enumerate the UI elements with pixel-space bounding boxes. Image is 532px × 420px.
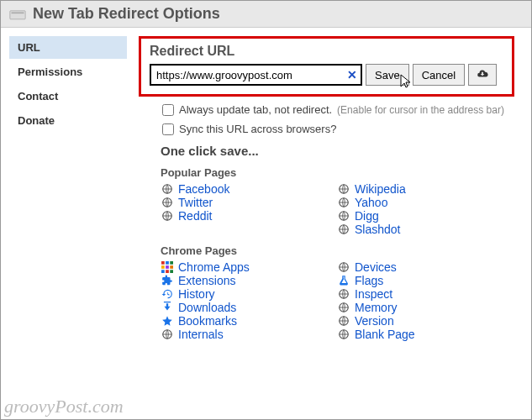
link-extensions[interactable]: Extensions <box>161 274 329 287</box>
always-update-label: Always update tab, not redirect. <box>179 103 332 116</box>
main-panel: Redirect URL ✕ Save Cancel Always update… <box>127 28 531 419</box>
redirect-url-section: Redirect URL ✕ Save Cancel <box>139 36 514 97</box>
globe-icon <box>161 183 173 196</box>
cloud-upload-button[interactable] <box>468 64 497 86</box>
sync-row: Sync this URL across browsers? <box>162 123 514 135</box>
svg-rect-15 <box>161 270 165 273</box>
link-wikipedia[interactable]: Wikipedia <box>337 182 488 196</box>
svg-rect-12 <box>161 265 165 269</box>
link-yahoo[interactable]: Yahoo <box>337 196 488 209</box>
link-downloads[interactable]: Downloads <box>161 301 329 314</box>
link-bookmarks[interactable]: Bookmarks <box>161 314 329 328</box>
sidebar-item-url[interactable]: URL <box>9 36 127 59</box>
always-update-hint: (Enable for cursor in the address bar) <box>337 104 504 116</box>
cancel-button[interactable]: Cancel <box>413 64 465 86</box>
chrome-pages-grid: Chrome Apps Extensions History Downloads… <box>161 260 514 341</box>
svg-rect-0 <box>10 10 25 18</box>
svg-rect-13 <box>166 265 169 269</box>
link-internals[interactable]: Internals <box>161 328 329 341</box>
svg-rect-11 <box>170 261 173 265</box>
link-blank-page[interactable]: Blank Page <box>337 328 488 341</box>
cloud-upload-icon <box>476 68 489 82</box>
globe-icon <box>337 223 350 236</box>
star-icon <box>161 315 173 328</box>
globe-icon <box>161 328 173 341</box>
globe-icon <box>337 328 350 341</box>
globe-icon <box>161 197 173 209</box>
svg-rect-14 <box>170 265 173 269</box>
titlebar: New Tab Redirect Options <box>1 1 531 28</box>
link-chrome-apps[interactable]: Chrome Apps <box>161 260 329 274</box>
globe-icon <box>337 197 350 209</box>
popular-pages-grid: Facebook Twitter Reddit Wikipedia Yahoo … <box>161 182 514 236</box>
save-button[interactable]: Save <box>366 64 409 86</box>
link-facebook[interactable]: Facebook <box>161 182 329 196</box>
svg-rect-16 <box>166 270 169 273</box>
globe-icon <box>337 183 350 196</box>
svg-rect-9 <box>161 261 165 265</box>
svg-rect-10 <box>166 261 169 265</box>
page-title: New Tab Redirect Options <box>33 5 220 23</box>
puzzle-icon <box>161 275 173 287</box>
always-update-row: Always update tab, not redirect. (Enable… <box>162 103 514 116</box>
redirect-heading: Redirect URL <box>150 44 503 59</box>
svg-rect-1 <box>12 12 24 13</box>
link-version[interactable]: Version <box>337 314 488 328</box>
link-flags[interactable]: Flags <box>337 274 488 287</box>
always-update-checkbox[interactable] <box>162 104 174 116</box>
link-twitter[interactable]: Twitter <box>161 196 329 209</box>
sync-checkbox[interactable] <box>162 123 174 135</box>
app-icon <box>9 8 26 21</box>
apps-grid-icon <box>161 261 173 274</box>
sidebar-item-donate[interactable]: Donate <box>9 109 127 132</box>
link-history[interactable]: History <box>161 287 329 301</box>
link-devices[interactable]: Devices <box>337 260 488 274</box>
link-inspect[interactable]: Inspect <box>337 287 488 301</box>
flask-icon <box>337 275 350 287</box>
globe-icon <box>337 210 350 223</box>
clear-input-icon[interactable]: ✕ <box>347 68 357 81</box>
download-icon <box>161 302 173 314</box>
link-digg[interactable]: Digg <box>337 209 488 223</box>
one-click-heading: One click save... <box>161 144 514 158</box>
history-icon <box>161 288 173 301</box>
link-reddit[interactable]: Reddit <box>161 209 329 223</box>
link-memory[interactable]: Memory <box>337 301 488 314</box>
globe-icon <box>337 315 350 328</box>
sync-label: Sync this URL across browsers? <box>179 123 336 135</box>
sidebar-item-contact[interactable]: Contact <box>9 85 127 108</box>
redirect-url-input[interactable] <box>150 64 362 86</box>
svg-rect-17 <box>170 270 173 273</box>
popular-pages-heading: Popular Pages <box>161 166 514 179</box>
sidebar-item-permissions[interactable]: Permissions <box>9 60 127 83</box>
globe-icon <box>337 288 350 301</box>
globe-icon <box>337 302 350 314</box>
globe-icon <box>337 261 350 274</box>
link-slashdot[interactable]: Slashdot <box>337 223 488 236</box>
sidebar: URL Permissions Contact Donate <box>1 28 127 419</box>
chrome-pages-heading: Chrome Pages <box>161 244 514 257</box>
globe-icon <box>161 210 173 223</box>
